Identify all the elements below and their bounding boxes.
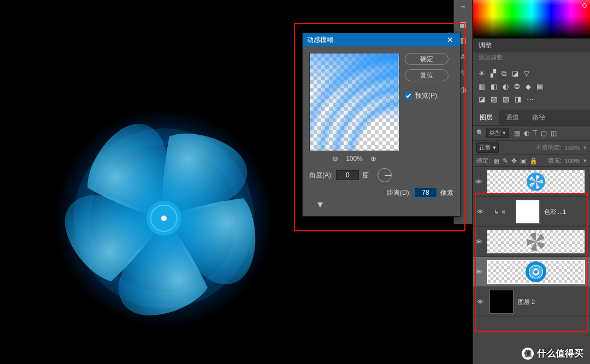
preview-checkbox-row[interactable]: 预览(P) <box>405 91 449 100</box>
adjustment-icons: ↳ ఠ <box>489 208 511 216</box>
visibility-icon[interactable]: 👁 <box>475 178 482 186</box>
invert-icon[interactable]: ◪ <box>479 95 485 103</box>
tab-channels[interactable]: 通道 <box>499 110 526 125</box>
lock-label: 锁定: <box>476 157 490 165</box>
layer-name[interactable]: 图层 2 <box>518 298 535 306</box>
exposure-icon[interactable]: ◪ <box>512 69 518 78</box>
clock-icon[interactable]: ◑ <box>460 85 467 94</box>
curves-icon[interactable]: ⧉ <box>502 69 506 78</box>
layer-item[interactable]: 👁 图层 1 拷贝 2 <box>473 167 590 197</box>
layer-name[interactable]: 色彩 ...1 <box>544 208 566 216</box>
visibility-icon[interactable]: 👁 <box>475 208 485 216</box>
layer-kind-select[interactable]: 类型▾ <box>486 128 509 138</box>
brightness-icon[interactable]: ☀ <box>479 69 485 78</box>
motion-blur-dialog[interactable]: 动感模糊 ✕ ⊖ 100% ⊕ 确定 复位 预览(P) <box>302 33 461 217</box>
opacity-label: 不透明度: <box>536 144 562 152</box>
distance-slider[interactable] <box>309 202 453 210</box>
color-picker-panel[interactable] <box>473 0 590 38</box>
layers-panel: 图层 通道 路径 🔍 类型▾ ▧ ◐ T ▢ ◫ 正常 ▾ 不透明度: 100% <box>473 110 590 364</box>
angle-label: 角度(A): <box>309 171 333 180</box>
lock-all-icon[interactable]: ▦ <box>493 157 499 165</box>
filter-smart-icon[interactable]: ◫ <box>551 129 557 137</box>
lock-artboard-icon[interactable]: ▣ <box>520 157 526 165</box>
text-icon[interactable]: A <box>461 52 465 61</box>
svg-point-4 <box>161 216 167 221</box>
preview-checkbox[interactable] <box>405 92 412 99</box>
fan-artwork <box>55 98 273 338</box>
angle-unit: 度 <box>362 171 369 180</box>
zoom-percent: 100% <box>346 155 363 163</box>
svg-point-9 <box>534 270 538 273</box>
opacity-value[interactable]: 100% <box>565 145 580 151</box>
distance-unit: 像素 <box>440 188 453 198</box>
layers-list[interactable]: 👁 图层 1 拷贝 2 👁 ↳ ఠ <box>473 167 590 364</box>
watermark: 值 什么值得买 <box>522 347 583 360</box>
triangle-icon[interactable]: ▽ <box>524 69 529 78</box>
adjustments-subtitle: 添加调整 <box>473 52 590 65</box>
blend-mode-select[interactable]: 正常 ▾ <box>476 142 499 153</box>
bw-icon[interactable]: ◆ <box>526 82 531 91</box>
layer-thumb[interactable] <box>487 260 585 284</box>
balance-icon[interactable]: ఠ <box>501 208 507 215</box>
visibility-icon[interactable]: 👁 <box>475 298 485 306</box>
threshold-icon[interactable]: ▧ <box>503 95 509 103</box>
lock-position-icon[interactable]: ✥ <box>511 157 517 165</box>
filter-preview[interactable] <box>309 53 399 151</box>
layers-lock-row: 锁定: ▦ ✎ ✥ ▣ 🔒 填充: 100% ▾ <box>473 155 590 167</box>
layer-thumb[interactable] <box>487 170 585 194</box>
dialog-title-text: 动感模糊 <box>307 35 333 45</box>
adjustments-panel: 调整 添加调整 ☀ ▞ ⧉ ◪ ▽ ▥ ◧ ◐ ❂ ◆ ▤ ◪ ▨ ▧ <box>473 38 590 110</box>
search-icon[interactable]: 🔍 <box>476 129 484 136</box>
distance-input[interactable] <box>414 188 437 198</box>
clip-icon[interactable]: ↳ <box>494 208 499 216</box>
balance-icon[interactable]: ◐ <box>503 82 509 91</box>
lock-icon[interactable]: 🔒 <box>529 157 538 165</box>
lookup-icon[interactable]: ❂ <box>514 82 520 91</box>
adjustments-title[interactable]: 调整 <box>473 39 590 52</box>
mask-thumb[interactable] <box>516 200 540 224</box>
tab-paths[interactable]: 路径 <box>526 110 552 125</box>
adjustments-row3: ◪ ▨ ▧ ◨ ⋯ <box>479 93 585 105</box>
gradient-icon[interactable]: ◨ <box>515 95 521 103</box>
brush-icon[interactable]: ✎ <box>460 69 467 77</box>
menu-icon[interactable]: ≡ <box>461 3 465 12</box>
vibrance-icon[interactable]: ▥ <box>479 82 485 91</box>
layer-thumb[interactable] <box>487 230 585 254</box>
square-icon[interactable]: ▤ <box>536 82 543 91</box>
filter-adjust-icon[interactable]: ◐ <box>524 129 529 137</box>
zoom-out-icon[interactable]: ⊖ <box>332 154 338 163</box>
layer-item[interactable]: 👁 ↳ ఠ 色彩 ...1 <box>473 197 590 227</box>
layer-item[interactable]: 👁 图层 1 拷贝 <box>473 257 590 287</box>
angle-field-row: 角度(A): 度 <box>309 168 453 182</box>
fill-label: 填充: <box>548 157 562 165</box>
fill-value[interactable]: 100% <box>565 158 580 164</box>
filter-type-icon[interactable]: T <box>533 129 537 137</box>
preview-label: 预览(P) <box>415 91 437 100</box>
layers-filter-bar: 🔍 类型▾ ▧ ◐ T ▢ ◫ <box>473 126 590 141</box>
zoom-in-icon[interactable]: ⊕ <box>370 154 376 163</box>
visibility-icon[interactable]: 👁 <box>475 268 482 276</box>
watermark-badge: 值 <box>522 348 534 360</box>
reset-button[interactable]: 复位 <box>405 69 449 81</box>
visibility-icon[interactable]: 👁 <box>475 238 482 246</box>
lock-pixels-icon[interactable]: ✎ <box>503 157 508 165</box>
palette-icon[interactable]: ▦ <box>459 20 467 28</box>
layer-thumb[interactable] <box>489 290 514 314</box>
adjustments-row1: ☀ ▞ ⧉ ◪ ▽ <box>479 67 585 80</box>
svg-point-6 <box>534 240 538 243</box>
hue-icon[interactable]: ◧ <box>491 82 497 91</box>
filter-shape-icon[interactable]: ▢ <box>541 129 547 137</box>
poster-icon[interactable]: ▨ <box>491 95 497 103</box>
dialog-titlebar[interactable]: 动感模糊 ✕ <box>303 33 460 46</box>
angle-input[interactable] <box>336 170 359 180</box>
close-icon[interactable]: ✕ <box>445 35 456 44</box>
levels-icon[interactable]: ▞ <box>491 69 496 78</box>
dots-icon[interactable]: ⋯ <box>527 95 534 103</box>
layer-item[interactable]: 👁 图层 2 <box>473 287 590 317</box>
angle-dial[interactable] <box>377 168 392 182</box>
layer-item[interactable]: 👁 图层_1 <box>473 227 590 257</box>
tab-layers[interactable]: 图层 <box>473 110 499 125</box>
ok-button[interactable]: 确定 <box>405 53 449 65</box>
filter-pixel-icon[interactable]: ▧ <box>514 129 520 137</box>
slider-thumb[interactable] <box>317 202 323 207</box>
